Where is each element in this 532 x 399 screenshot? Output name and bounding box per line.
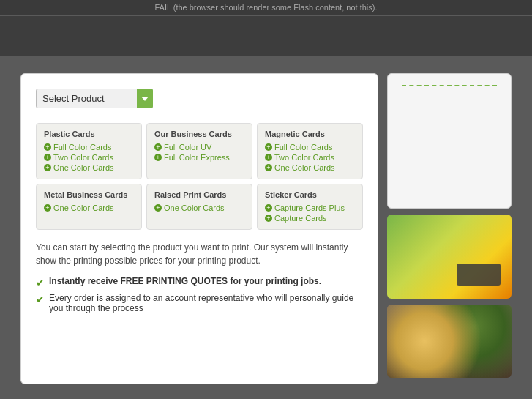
right-banner-2[interactable]	[387, 305, 512, 378]
product-link[interactable]: Two Color Cards	[53, 153, 113, 162]
bottom-description: You can start by selecting the product y…	[36, 241, 363, 267]
product-select[interactable]: Select Product	[36, 89, 153, 108]
category-items: Full Color UV Full Color Express	[154, 142, 244, 163]
category-title: Raised Print Cards	[154, 190, 244, 199]
product-link[interactable]: Two Color Cards	[274, 153, 334, 162]
product-link[interactable]: Full Color Express	[164, 153, 230, 162]
category-title: Plastic Cards	[44, 130, 134, 138]
product-link[interactable]: Full Color Cards	[53, 143, 111, 152]
check-icon-2: ✔	[36, 294, 45, 305]
category-items: One Color Cards	[44, 203, 134, 213]
banner-2-inner	[387, 305, 512, 378]
list-item: Full Color Express	[154, 152, 244, 163]
category-magnetic-cards: Magnetic Cards Full Color Cards Two Colo…	[257, 123, 363, 179]
list-item: Capture Cards	[265, 213, 355, 223]
product-link[interactable]: One Color Cards	[164, 204, 225, 212]
product-link[interactable]: One Color Cards	[53, 163, 114, 172]
category-items: Capture Cards Plus Capture Cards	[265, 203, 355, 223]
product-link[interactable]: Full Color Cards	[274, 143, 332, 152]
list-item: One Color Cards	[44, 203, 134, 213]
feature-item-2: ✔ Every order is assigned to an account …	[36, 293, 363, 313]
product-link[interactable]: Full Color UV	[164, 143, 211, 152]
right-panel	[387, 73, 512, 384]
check-icon-1: ✔	[36, 277, 45, 288]
list-item: One Color Cards	[154, 203, 244, 213]
list-item: Full Color Cards	[265, 142, 355, 152]
list-item: One Color Cards	[44, 163, 134, 173]
product-link[interactable]: One Color Cards	[274, 163, 335, 172]
flash-notice: FAIL (the browser should render some Fla…	[0, 0, 532, 15]
list-item: Full Color UV	[154, 142, 244, 152]
category-items: Full Color Cards Two Color Cards One Col…	[265, 142, 355, 173]
feature-text-2: Every order is assigned to an account re…	[49, 293, 363, 313]
feature-item-1: ✔ Instantly receive FREE PRINTING QUOTES…	[36, 276, 363, 288]
select-wrapper[interactable]: Select Product	[36, 89, 153, 108]
product-link[interactable]: Capture Cards	[274, 214, 327, 223]
category-raised-cards: Raised Print Cards One Color Cards	[146, 184, 252, 230]
category-title: Magnetic Cards	[265, 130, 355, 138]
category-title: Metal Business Cards	[44, 190, 134, 199]
list-item: One Color Cards	[265, 163, 355, 173]
cards-grid: Plastic Cards Full Color Cards Two Color…	[36, 123, 363, 230]
list-item: Two Color Cards	[265, 152, 355, 163]
category-plastic-cards: Plastic Cards Full Color Cards Two Color…	[36, 123, 142, 179]
right-banner-1[interactable]	[387, 215, 512, 299]
dashed-divider	[402, 85, 497, 86]
category-items: Full Color Cards Two Color Cards One Col…	[44, 142, 134, 173]
product-link[interactable]: One Color Cards	[53, 204, 114, 212]
category-title: Our Business Cards	[154, 130, 244, 138]
category-title: Sticker Cards	[265, 190, 355, 199]
feature-text-1: Instantly receive FREE PRINTING QUOTES f…	[49, 276, 321, 286]
list-item: Two Color Cards	[44, 152, 134, 163]
left-panel: Select Product Plastic Cards Full Color …	[20, 73, 378, 384]
list-item: Full Color Cards	[44, 142, 134, 152]
category-business-cards: Our Business Cards Full Color UV Full Co…	[146, 123, 252, 179]
feature-list: ✔ Instantly receive FREE PRINTING QUOTES…	[36, 276, 363, 313]
right-top-widget	[387, 73, 512, 209]
category-sticker-cards: Sticker Cards Capture Cards Plus Capture…	[257, 184, 363, 230]
category-items: One Color Cards	[154, 203, 244, 213]
category-metal-cards: Metal Business Cards One Color Cards	[36, 184, 142, 230]
main-container: Select Product Plastic Cards Full Color …	[20, 73, 512, 384]
card-visual	[457, 264, 501, 286]
list-item: Capture Cards Plus	[265, 203, 355, 213]
dark-band	[0, 16, 532, 56]
product-link[interactable]: Capture Cards Plus	[274, 204, 345, 212]
